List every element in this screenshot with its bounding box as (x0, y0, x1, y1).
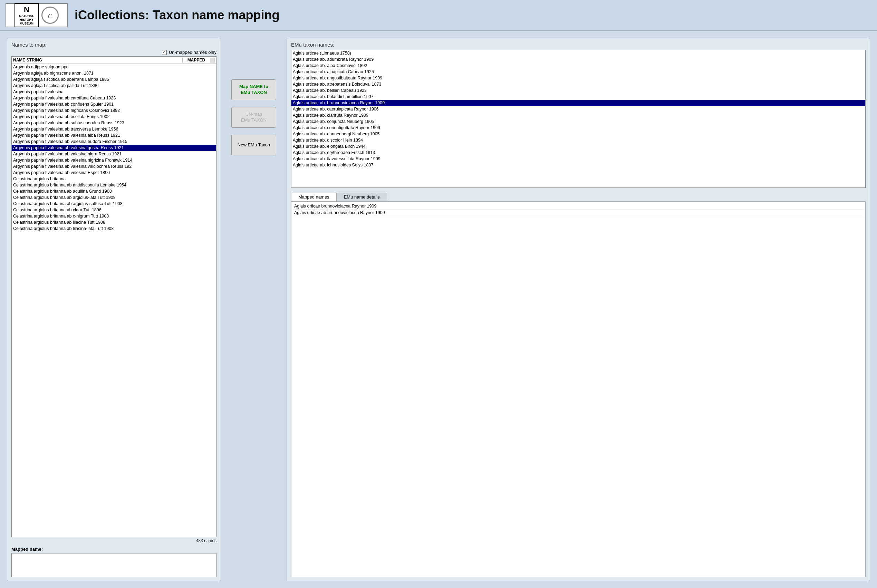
emu-list-item[interactable]: Aglais urticae ab. cuneatiguttata Raynor… (291, 124, 865, 131)
emu-list-item[interactable]: Aglais urticae ab. angustibalteata Rayno… (291, 75, 865, 81)
icollections-logo: c (42, 6, 59, 24)
tab-mapped-names[interactable]: Mapped names (291, 193, 337, 201)
list-item[interactable]: Argynnis paphia f valesina ab transversa… (12, 126, 216, 132)
new-emu-taxon-button[interactable]: New EMu Taxon (231, 135, 276, 155)
map-name-button[interactable]: Map NAME to EMu TAXON (231, 80, 276, 100)
unmap-button[interactable]: UN-map EMu TAXON (231, 107, 276, 128)
names-list-container: NAME STRING MAPPED Argynnis adippe vulgo… (11, 56, 216, 537)
right-panel-title: EMu taxon names: (291, 42, 866, 48)
emu-list-item[interactable]: Aglais urticae ab. adumbrata Raynor 1909 (291, 56, 865, 63)
emu-list-item[interactable]: Aglais urticae ab. caerulapicata Raynor … (291, 106, 865, 112)
mapped-name-entry: Aglais urticae ab brunneoviolacea Raynor… (293, 210, 864, 216)
list-item[interactable]: Argynnis paphia f valesina ab valesina e… (12, 138, 216, 145)
emu-list-item[interactable]: Aglais urticae ab. elongata Birch 1944 (291, 143, 865, 150)
tab-content: Aglais orticae brunnoviolacea Raynor 190… (291, 201, 866, 577)
emu-list-item[interactable]: Aglais urticae (Linnaeus 1758) (291, 50, 865, 56)
list-item[interactable]: Argynnis paphia f valesina (12, 89, 216, 95)
emu-list-item[interactable]: Aglais urticae ab. atrebatensis Boisduva… (291, 81, 865, 87)
list-item[interactable]: Argynnis aglaja f scotica ab aberrans La… (12, 76, 216, 82)
list-item[interactable]: Argynnis paphia f valesina ab valesina a… (12, 132, 216, 138)
tab-emu-name-details[interactable]: EMu name details (337, 193, 387, 201)
list-item[interactable]: Celastrina argiolus britanna ab argiolus… (12, 194, 216, 201)
list-header: NAME STRING MAPPED (12, 57, 216, 64)
emu-list-item[interactable]: Aglais urticae ab. clarirufa Raynor 1909 (291, 112, 865, 118)
names-list-body[interactable]: Argynnis adippe vulgoadippe Argynnis agl… (12, 64, 216, 264)
col-mapped-header: MAPPED (182, 58, 210, 63)
app-header: N NATURALHISTORYMUSEUM c iCollections: T… (0, 0, 877, 31)
emu-list-container: Aglais urticae (Linnaeus 1758)Aglais urt… (291, 50, 866, 188)
list-item[interactable]: Argynnis aglaja ab nigrascens anon. 1871 (12, 70, 216, 76)
action-buttons-panel: Map NAME to EMu TAXON UN-map EMu TAXON N… (228, 38, 280, 581)
emu-list-item[interactable]: Aglais urticae ab. albapicata Cabeau 192… (291, 69, 865, 75)
emu-list-item[interactable]: Aglais urticae ab. bellieri Cabeau 1923 (291, 87, 865, 94)
list-item[interactable]: Argynnis aglaja f scotica ab pallida Tut… (12, 82, 216, 89)
logo-box: N NATURALHISTORYMUSEUM c (6, 3, 67, 27)
emu-list-item[interactable]: Aglais urticae ab. brunneoviolacea Rayno… (291, 100, 865, 106)
list-item[interactable]: Celastrina argiolus britanna ab c-nigrum… (12, 213, 216, 219)
list-item[interactable]: Argynnis paphia f valesina ab velesina E… (12, 170, 216, 176)
emu-list-item[interactable]: Aglais urticae ab. discolor Hein 1894 (291, 137, 865, 143)
list-item[interactable]: Argynnis paphia f valesina ab valesina g… (12, 145, 216, 151)
mapped-name-input[interactable] (11, 553, 216, 577)
left-panel-title: Names to map: (11, 42, 216, 48)
list-item[interactable]: Argynnis paphia f valesina ab ocellata F… (12, 114, 216, 120)
mapped-name-entry: Aglais orticae brunnoviolacea Raynor 190… (293, 203, 864, 210)
list-item[interactable]: Argynnis paphia f valesina ab subtuscoer… (12, 120, 216, 126)
list-item[interactable]: Argynnis paphia f valesina ab valesina n… (12, 157, 216, 164)
list-item[interactable]: Celastrina argiolus britanna ab antidisc… (12, 182, 216, 188)
list-item[interactable]: Celastrina argiolus britanna ab aquilina… (12, 188, 216, 194)
list-item[interactable]: Argynnis paphia f valesina ab valesina n… (12, 151, 216, 157)
list-item[interactable]: Argynnis paphia f valesina ab valesina v… (12, 164, 216, 170)
names-to-map-panel: Names to map: Un-mapped names only NAME … (7, 38, 221, 581)
unmapped-label: Un-mapped names only (169, 50, 216, 55)
emu-list-item[interactable]: Aglais urticae ab. alba Cosmovici 1892 (291, 63, 865, 69)
list-item[interactable]: Celastrina argiolus britanna ab lilacina… (12, 225, 216, 232)
emu-taxon-panel: EMu taxon names: Aglais urticae (Linnaeu… (286, 38, 870, 581)
list-item[interactable]: Celastrina argiolus britanna ab clara Tu… (12, 207, 216, 213)
emu-list-item[interactable]: Aglais urticae ab. erythropaea Fritsch 1… (291, 150, 865, 156)
nhm-logo: N NATURALHISTORYMUSEUM (15, 3, 39, 28)
emu-list-item[interactable]: Aglais urticae ab. ichnusioides Selys 18… (291, 162, 865, 168)
list-item[interactable]: Argynnis paphia f valesina ab nigricans … (12, 107, 216, 114)
emu-list-item[interactable]: Aglais urticae ab. bolandii Lambillion 1… (291, 94, 865, 100)
emu-list-item[interactable]: Aglais urticae ab. dannenbergi Neuberg 1… (291, 131, 865, 137)
unmapped-filter-row: Un-mapped names only (11, 50, 216, 55)
list-item[interactable]: Celastrina argiolus britanna ab argiolus… (12, 201, 216, 207)
list-item[interactable]: Celastrina argiolus britanna (12, 176, 216, 182)
unmapped-checkbox[interactable] (162, 50, 167, 55)
emu-list-item[interactable]: Aglais urticae ab. conjuncta Neuberg 190… (291, 118, 865, 124)
names-count: 483 names (11, 538, 216, 543)
mapped-name-label: Mapped name: (11, 547, 216, 552)
bottom-right-section: Mapped namesEMu name details Aglais orti… (291, 193, 866, 577)
col-name-header: NAME STRING (13, 58, 182, 63)
emu-list-body[interactable]: Aglais urticae (Linnaeus 1758)Aglais urt… (291, 50, 865, 188)
emu-list-item[interactable]: Aglais urticae ab. flavotessellata Rayno… (291, 156, 865, 162)
app-title: iCollections: Taxon name mapping (75, 8, 279, 22)
scrollbar-spacer (210, 58, 215, 63)
tab-bar: Mapped namesEMu name details (291, 193, 866, 201)
list-item[interactable]: Celastrina argiolus britanna ab lilacina… (12, 219, 216, 225)
list-item[interactable]: Argynnis paphia f valesina ab confluens … (12, 101, 216, 107)
list-item[interactable]: Argynnis paphia f valesina ab caroffana … (12, 95, 216, 101)
list-item[interactable]: Argynnis adippe vulgoadippe (12, 64, 216, 70)
main-content: Names to map: Un-mapped names only NAME … (0, 31, 877, 588)
